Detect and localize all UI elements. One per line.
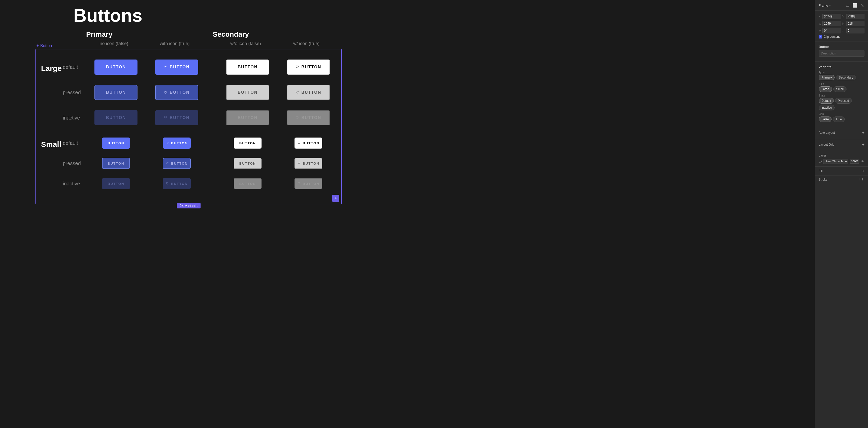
heart-icon: ♡	[296, 65, 299, 69]
large-label: Large	[41, 64, 63, 73]
size-chip-group: Large Small	[818, 86, 864, 92]
heart-icon: ♡	[298, 141, 301, 145]
state-chip-inactive[interactable]: Inactive	[818, 105, 835, 111]
button-section-title: Button	[818, 45, 864, 49]
state-chip-pressed[interactable]: Pressed	[835, 98, 852, 103]
clip-content-checkbox[interactable]: ✓	[818, 35, 822, 38]
btn-secondary-small-inactive-icon[interactable]: ♡ BUTTON	[294, 178, 322, 189]
stroke-settings-button[interactable]: ⋮⋮	[857, 178, 864, 182]
btn-primary-small-default-noicon[interactable]: BUTTON	[102, 137, 130, 149]
btn-primary-small-inactive-noicon[interactable]: BUTTON	[102, 178, 130, 189]
x-input[interactable]	[823, 14, 841, 19]
state-chip-default[interactable]: Default	[818, 98, 834, 103]
btn-primary-small-pressed-noicon[interactable]: BUTTON	[102, 158, 130, 169]
heart-icon: ♡	[164, 65, 167, 69]
btn-primary-large-inactive-icon[interactable]: ♡ BUTTON	[155, 110, 198, 125]
btn-secondary-large-pressed-noicon[interactable]: BUTTON	[226, 85, 269, 100]
rotation-input[interactable]	[823, 28, 841, 33]
x-coord: X	[818, 14, 841, 19]
type-chip-secondary[interactable]: Secondary	[836, 75, 856, 80]
primary-section-label: Primary	[86, 30, 203, 38]
btn-secondary-small-inactive-noicon[interactable]: BUTTON	[234, 178, 261, 189]
h-coord: H	[842, 21, 865, 26]
icon-chip-false[interactable]: False	[818, 117, 832, 122]
w-input[interactable]	[823, 21, 841, 26]
variants-menu-icon[interactable]: ···	[861, 65, 864, 69]
auto-layout-section: Auto Layout +	[815, 127, 868, 139]
large-default-label: default	[63, 64, 88, 70]
type-label: Type	[818, 71, 864, 74]
secondary-section-label: Secondary	[213, 30, 329, 38]
layout-grid-add-button[interactable]: +	[862, 142, 864, 147]
heart-icon: ♡	[166, 161, 169, 165]
desktop-icon[interactable]: ⬜	[852, 3, 858, 8]
layer-label: Layer	[818, 154, 826, 157]
col-w-icon-label: w/ icon (true)	[279, 41, 334, 47]
opacity-input[interactable]	[850, 159, 859, 163]
btn-secondary-small-pressed-icon[interactable]: ♡ BUTTON	[294, 158, 322, 169]
visibility-toggle-icon[interactable]: 👁	[861, 159, 864, 163]
btn-primary-large-pressed-icon[interactable]: ♡ BUTTON	[155, 85, 198, 100]
btn-primary-small-inactive-icon[interactable]: ♡ BUTTON	[163, 178, 191, 189]
size-variant-row: Size Large Small	[818, 82, 864, 92]
heart-icon: ♡	[166, 182, 169, 185]
btn-primary-large-default-noicon[interactable]: BUTTON	[94, 60, 137, 75]
heart-icon: ♡	[298, 182, 301, 185]
variants-section: Variants ··· Type Primary Secondary Size…	[815, 62, 868, 127]
state-label: State	[818, 94, 864, 97]
btn-primary-large-default-icon[interactable]: ♡ BUTTON	[155, 60, 198, 75]
heart-icon: ♡	[164, 116, 167, 120]
frame-icon-group: ▭ ⬜ ⤡	[845, 3, 864, 8]
auto-layout-header: Auto Layout +	[818, 130, 864, 135]
size-chip-small[interactable]: Small	[833, 86, 846, 92]
corner-input[interactable]	[846, 28, 864, 33]
blend-mode-select[interactable]: Pass Through Normal Multiply	[823, 159, 848, 164]
state-variant-row: State Default Pressed Inactive	[818, 94, 864, 111]
add-variant-button[interactable]: +	[332, 195, 339, 202]
right-panel: Frame ▾ ▭ ⬜ ⤡ X Y W H	[815, 0, 868, 428]
btn-primary-large-inactive-noicon[interactable]: BUTTON	[94, 110, 137, 125]
btn-secondary-large-default-noicon[interactable]: BUTTON	[226, 60, 269, 75]
type-chip-group: Primary Secondary	[818, 75, 864, 80]
small-label: Small	[41, 140, 63, 149]
btn-secondary-small-default-icon[interactable]: ♡ BUTTON	[294, 137, 322, 149]
description-input[interactable]	[818, 50, 864, 57]
variants-title: Variants	[818, 65, 832, 69]
icon-chip-true[interactable]: True	[833, 117, 844, 122]
page-title: Buttons	[73, 5, 142, 26]
heart-icon: ♡	[164, 90, 167, 94]
resize-icon[interactable]: ⤡	[860, 3, 864, 8]
btn-secondary-small-default-noicon[interactable]: BUTTON	[234, 137, 261, 149]
fill-add-button[interactable]: +	[862, 169, 864, 173]
layout-grid-section: Layout Grid +	[815, 139, 868, 151]
corner-coord: ⌐	[842, 28, 865, 33]
button-properties-section: Button	[815, 42, 868, 62]
large-inactive-label: inactive	[63, 115, 88, 121]
mobile-icon[interactable]: ▭	[845, 3, 850, 8]
icon-chip-group: False True	[818, 117, 864, 122]
small-inactive-label: inactive	[63, 181, 88, 187]
btn-secondary-large-pressed-icon[interactable]: ♡ BUTTON	[287, 85, 330, 100]
heart-icon: ♡	[166, 141, 169, 145]
variants-header: Variants ···	[818, 65, 864, 69]
auto-layout-label: Auto Layout	[818, 131, 835, 134]
type-chip-primary[interactable]: Primary	[818, 75, 835, 80]
layer-row: Layer	[818, 154, 864, 157]
large-pressed-label: pressed	[63, 90, 88, 95]
btn-secondary-large-inactive-noicon[interactable]: BUTTON	[226, 110, 269, 125]
coordinates-section: X Y W H ↻ ⌐	[815, 11, 868, 42]
frame-header-section: Frame ▾ ▭ ⬜ ⤡	[815, 0, 868, 11]
btn-secondary-large-inactive-icon[interactable]: ♡ BUTTON	[287, 110, 330, 125]
btn-secondary-large-default-icon[interactable]: ♡ BUTTON	[287, 60, 330, 75]
btn-primary-small-pressed-icon[interactable]: ♡ BUTTON	[163, 158, 191, 169]
layer-section: Layer Pass Through Normal Multiply 👁	[815, 151, 868, 166]
icon-variant-row: Icon False True	[818, 113, 864, 122]
btn-primary-small-default-icon[interactable]: ♡ BUTTON	[163, 137, 191, 149]
btn-primary-large-pressed-noicon[interactable]: BUTTON	[94, 85, 137, 100]
h-input[interactable]	[846, 21, 864, 26]
btn-secondary-small-pressed-noicon[interactable]: BUTTON	[234, 158, 261, 169]
auto-layout-add-button[interactable]: +	[862, 130, 864, 135]
y-input[interactable]	[846, 14, 864, 19]
size-chip-large[interactable]: Large	[818, 86, 832, 92]
fill-label: Fill	[818, 169, 823, 173]
